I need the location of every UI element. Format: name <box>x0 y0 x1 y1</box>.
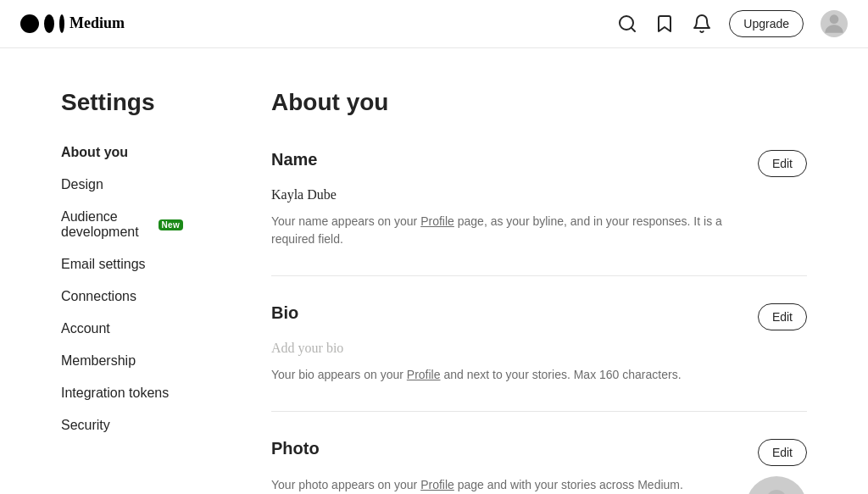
profile-link[interactable]: Profile <box>420 478 454 491</box>
section-description: Your name appears on your Profile page, … <box>271 213 746 248</box>
sidebar-item-design[interactable]: Design <box>61 169 183 201</box>
section-placeholder: Add your bio <box>271 341 807 356</box>
page-title: About you <box>271 89 807 116</box>
photo-section-row: Your photo appears on your Profile page … <box>271 476 807 494</box>
profile-photo-avatar <box>746 476 807 494</box>
section-title: Name <box>271 150 317 169</box>
section-title: Photo <box>271 439 320 458</box>
svg-point-7 <box>766 490 787 494</box>
section-description: Your bio appears on your Profile and nex… <box>271 366 746 384</box>
medium-logo[interactable]: Medium <box>20 14 134 33</box>
page-layout: Settings About youDesignAudience develop… <box>0 48 868 494</box>
section-header: BioEdit <box>271 303 807 330</box>
section-name: NameEditKayla DubeYour name appears on y… <box>271 150 807 276</box>
svg-point-6 <box>830 14 839 24</box>
photo-content: Your photo appears on your Profile page … <box>271 476 726 494</box>
svg-point-2 <box>59 14 64 33</box>
upgrade-button[interactable]: Upgrade <box>729 10 804 37</box>
header: Medium Upgrade <box>0 0 868 48</box>
user-avatar[interactable] <box>821 10 848 37</box>
main-content: About you NameEditKayla DubeYour name ap… <box>203 48 848 494</box>
section-description: Your photo appears on your Profile page … <box>271 476 726 494</box>
sections-container: NameEditKayla DubeYour name appears on y… <box>271 150 807 494</box>
svg-line-5 <box>632 28 635 31</box>
notification-bell-icon[interactable] <box>692 14 712 34</box>
edit-name-button[interactable]: Edit <box>758 150 807 177</box>
edit-bio-button[interactable]: Edit <box>758 303 807 330</box>
sidebar-nav: About youDesignAudience developmentNewEm… <box>61 136 183 441</box>
section-photo: PhotoEditYour photo appears on your Prof… <box>271 412 807 494</box>
section-value: Kayla Dube <box>271 187 807 203</box>
section-header: NameEdit <box>271 150 807 177</box>
svg-point-1 <box>44 14 54 33</box>
sidebar-item-membership[interactable]: Membership <box>61 345 183 377</box>
section-title: Bio <box>271 303 298 323</box>
sidebar-item-account[interactable]: Account <box>61 313 183 345</box>
profile-link[interactable]: Profile <box>420 214 454 228</box>
sidebar: Settings About youDesignAudience develop… <box>0 48 203 494</box>
sidebar-item-integration-tokens[interactable]: Integration tokens <box>61 377 183 409</box>
search-icon[interactable] <box>617 14 637 34</box>
sidebar-title: Settings <box>61 89 183 116</box>
medium-wordmark-icon: Medium <box>20 14 134 33</box>
sidebar-item-security[interactable]: Security <box>61 409 183 441</box>
sidebar-item-email-settings[interactable]: Email settings <box>61 248 183 280</box>
header-right: Upgrade <box>617 10 848 37</box>
svg-point-0 <box>20 14 39 33</box>
bookmark-icon[interactable] <box>654 14 675 34</box>
header-left: Medium <box>20 14 134 33</box>
sidebar-item-about-you[interactable]: About you <box>61 136 183 169</box>
profile-link[interactable]: Profile <box>407 368 441 381</box>
svg-text:Medium: Medium <box>70 14 125 31</box>
section-header: PhotoEdit <box>271 439 807 466</box>
new-badge: New <box>159 219 183 230</box>
section-bio: BioEditAdd your bioYour bio appears on y… <box>271 276 807 412</box>
sidebar-item-connections[interactable]: Connections <box>61 280 183 313</box>
sidebar-item-audience-development[interactable]: Audience developmentNew <box>61 201 183 248</box>
edit-photo-button[interactable]: Edit <box>758 439 807 466</box>
